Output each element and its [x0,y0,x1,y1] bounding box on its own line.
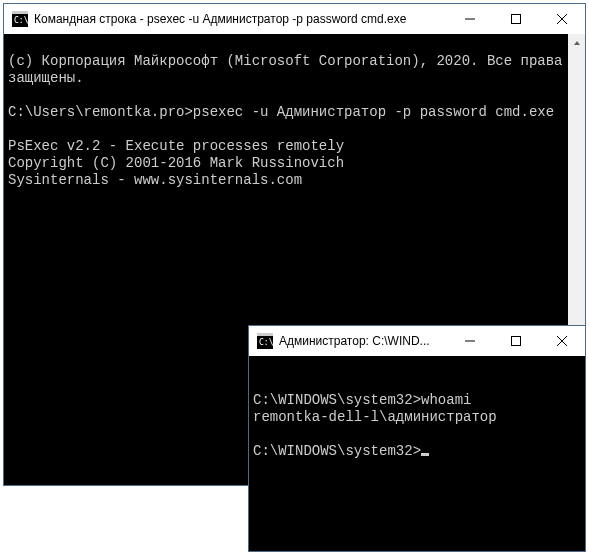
cmd-icon: C:\ [12,11,28,27]
titlebar[interactable]: C:\ Командная строка - psexec -u Админис… [4,4,585,34]
minimize-button[interactable] [447,4,493,34]
terminal-line: C:\Users\remontka.pro>psexec -u Админист… [8,104,554,120]
maximize-button[interactable] [493,326,539,356]
maximize-button[interactable] [493,4,539,34]
terminal-line: C:\WINDOWS\system32>whoami [253,392,471,408]
svg-rect-4 [512,15,521,24]
terminal-output[interactable]: C:\WINDOWS\system32>whoami remontka-dell… [249,356,585,551]
close-button[interactable] [539,4,585,34]
window-title: Администратор: C:\WIND... [279,334,447,348]
terminal-line: C:\WINDOWS\system32> [253,443,421,459]
close-button[interactable] [539,326,585,356]
cmd-window-admin[interactable]: C:\ Администратор: C:\WIND... C:\WINDOWS… [248,325,586,552]
svg-text:C:\: C:\ [259,338,273,347]
window-title: Командная строка - psexec -u Администрат… [34,12,447,26]
terminal-line: PsExec v2.2 - Execute processes remotely [8,138,344,154]
terminal-line: Sysinternals - www.sysinternals.com [8,172,302,188]
cursor [421,453,429,456]
window-controls [447,4,585,34]
scroll-up-button[interactable] [568,34,585,51]
svg-text:C:\: C:\ [14,16,28,25]
terminal-line: Copyright (C) 2001-2016 Mark Russinovich [8,155,344,171]
svg-rect-1 [12,11,28,14]
window-controls [447,326,585,356]
svg-marker-7 [574,41,580,45]
titlebar[interactable]: C:\ Администратор: C:\WIND... [249,326,585,356]
minimize-button[interactable] [447,326,493,356]
cmd-icon: C:\ [257,333,273,349]
svg-rect-13 [512,337,521,346]
terminal-line: remontka-dell-l\администратор [253,409,497,425]
svg-rect-10 [257,333,273,336]
terminal-line: (c) Корпорация Майкрософт (Microsoft Cor… [8,53,571,86]
